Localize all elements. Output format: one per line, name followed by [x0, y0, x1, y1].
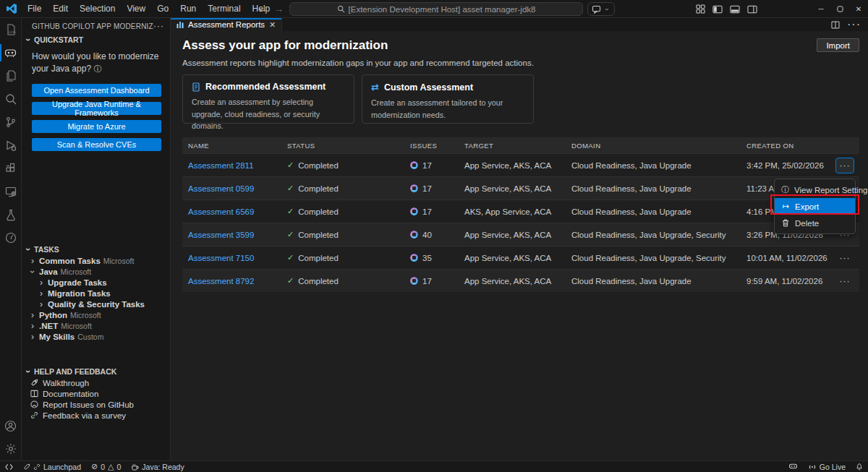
menu-selection[interactable]: Selection — [74, 0, 121, 18]
status-text: Completed — [298, 231, 339, 239]
explorer-icon[interactable] — [0, 64, 22, 87]
menu-go[interactable]: Go — [151, 0, 174, 18]
chevron-down-icon: › — [25, 368, 32, 375]
maximize-button[interactable] — [830, 0, 849, 18]
minimize-button[interactable]: ─ — [812, 0, 830, 18]
menu-item-export[interactable]: ↦ Export — [775, 198, 855, 215]
row-actions-button[interactable]: ··· — [840, 276, 851, 286]
assessment-link[interactable]: Assessment 0599 — [188, 184, 287, 193]
target-text: App Service, AKS, ACA — [464, 184, 571, 193]
recommended-assessment-card[interactable]: Recommended Assessment Create an assessm… — [182, 74, 354, 124]
status-text: Completed — [298, 184, 339, 193]
info-icon[interactable]: ⓘ — [93, 64, 101, 73]
open-assessment-dashboard-button[interactable]: Open Assessment Dashboard — [32, 84, 161, 97]
card-description: Create an assessment by selecting upgrad… — [192, 96, 345, 132]
tab-close-icon[interactable]: ✕ — [269, 20, 276, 30]
tree-item-java[interactable]: › Java Microsoft — [22, 266, 170, 277]
split-editor-icon[interactable] — [831, 21, 840, 29]
menu-run[interactable]: Run — [174, 0, 202, 18]
assessment-link[interactable]: Assessment 3599 — [188, 231, 287, 239]
source-control-icon[interactable] — [0, 111, 22, 134]
custom-assessment-card[interactable]: ⇄ Custom Assessment Create an assessment… — [362, 74, 534, 124]
table-row: Assessment 3599 ✓Completed 40 App Servic… — [182, 223, 859, 246]
remote-indicator[interactable] — [0, 461, 18, 472]
accounts-icon[interactable] — [0, 414, 22, 437]
quickstart-header[interactable]: › QUICKSTART — [22, 34, 170, 46]
customize-layout-icon[interactable] — [693, 0, 707, 18]
upgrade-java-runtime-button[interactable]: Upgrade Java Runtime & Frameworks — [32, 102, 161, 115]
help-item-feedback-survey[interactable]: Feedback via a survey — [22, 410, 170, 421]
assessment-link[interactable]: Assessment 8792 — [188, 277, 287, 286]
run-debug-icon[interactable] — [0, 134, 22, 157]
tree-item-common-tasks[interactable]: › Common Tasks Microsoft — [22, 255, 170, 266]
notifications-item[interactable] — [851, 463, 868, 471]
copilot-chat-button[interactable]: › — [587, 2, 615, 16]
output-log-icon[interactable]: LOG — [0, 18, 22, 41]
testing-icon[interactable] — [0, 203, 22, 226]
assessment-link[interactable]: Assessment 6569 — [188, 207, 287, 216]
coffee-cup-icon — [131, 463, 139, 471]
back-icon[interactable]: ← — [258, 4, 267, 14]
tasks-header[interactable]: › TASKS — [22, 244, 170, 255]
help-item-documentation[interactable]: Documentation — [22, 388, 170, 399]
import-button[interactable]: Import — [817, 38, 859, 52]
toggle-sidebar-icon[interactable] — [710, 0, 725, 18]
chat-icon — [592, 5, 601, 14]
help-item-walkthrough[interactable]: Walkthrough — [22, 377, 170, 388]
tree-item-dotnet[interactable]: › .NET Microsoft — [22, 320, 170, 331]
tree-item-migration-tasks[interactable]: › Migration Tasks — [22, 288, 170, 299]
table-row: Assessment 8792 ✓Completed 17 App Servic… — [182, 269, 859, 292]
menu-terminal[interactable]: Terminal — [202, 0, 246, 18]
go-live-status-item[interactable]: Go Live — [803, 463, 851, 471]
tree-item-label: Java — [39, 267, 58, 276]
toggle-secondary-sidebar-icon[interactable] — [745, 0, 760, 18]
domain-text: Cloud Readiness, Java Upgrade — [571, 161, 746, 170]
issues-count: 40 — [422, 231, 432, 239]
launchpad-status-item[interactable]: Launchpad — [18, 461, 86, 472]
forward-icon[interactable]: → — [274, 4, 284, 14]
tree-item-python[interactable]: › Python Microsoft — [22, 309, 170, 320]
settings-gear-icon[interactable] — [0, 437, 22, 460]
tab-assessment-reports[interactable]: Assessment Reports ✕ — [171, 18, 282, 31]
tree-item-label: Migration Tasks — [48, 289, 111, 298]
search-icon[interactable] — [0, 87, 22, 111]
remote-explorer-icon[interactable] — [0, 180, 22, 203]
assessment-link[interactable]: Assessment 7150 — [188, 254, 287, 262]
search-icon — [337, 5, 345, 13]
col-created-on: CREATED ON — [746, 142, 830, 150]
menu-file[interactable]: File — [22, 0, 47, 18]
sidebar-more-actions-icon[interactable]: ··· — [153, 21, 164, 31]
tree-item-upgrade-tasks[interactable]: › Upgrade Tasks — [22, 277, 170, 288]
migrate-to-azure-button[interactable]: Migrate to Azure — [32, 120, 161, 133]
row-actions-button-active[interactable]: ··· — [835, 158, 854, 173]
assessment-link[interactable]: Assessment 2811 — [188, 161, 287, 170]
menu-item-view-report-settings[interactable]: ⓘ View Report Settings — [775, 181, 855, 198]
info-icon: ⓘ — [781, 184, 789, 195]
row-actions-button[interactable]: ··· — [840, 253, 851, 263]
java-status-item[interactable]: Java: Ready — [126, 461, 189, 472]
menu-item-delete[interactable]: Delete — [775, 215, 855, 231]
rocket-icon — [30, 379, 38, 387]
vscode-window: File Edit Selection View Go Run Terminal… — [0, 0, 868, 472]
scan-resolve-cves-button[interactable]: Scan & Resolve CVEs — [32, 138, 161, 151]
tree-item-quality-security-tasks[interactable]: › Quality & Security Tasks — [22, 299, 170, 309]
menu-view[interactable]: View — [121, 0, 151, 18]
menu-edit[interactable]: Edit — [47, 0, 74, 18]
close-button[interactable]: ✕ — [849, 0, 868, 18]
editor-more-actions-icon[interactable]: ··· — [847, 18, 861, 31]
tree-item-my-skills[interactable]: › My Skills Custom — [22, 331, 170, 342]
card-description: Create an assessment tailored to your mo… — [371, 97, 524, 121]
toggle-panel-icon[interactable] — [728, 0, 742, 18]
help-feedback-header[interactable]: › HELP AND FEEDBACK — [22, 366, 170, 377]
problems-status-item[interactable]: ⊘ 0 △ 0 — [86, 461, 126, 472]
command-center-search[interactable]: [Extension Development Host] asset manag… — [289, 2, 583, 16]
tree-item-badge: Microsoft — [70, 311, 101, 319]
errors-icon: ⊘ — [91, 463, 98, 471]
help-item-report-issues[interactable]: Report Issues on GitHub — [22, 399, 170, 410]
live-preview-icon[interactable] — [0, 226, 22, 249]
extensions-icon[interactable] — [0, 157, 22, 180]
quickstart-question: How would you like to modernize your Jav… — [22, 46, 170, 76]
tree-item-badge: Microsoft — [103, 257, 135, 265]
copilot-modernization-icon[interactable] — [0, 41, 22, 64]
copilot-status-item[interactable] — [783, 463, 803, 471]
